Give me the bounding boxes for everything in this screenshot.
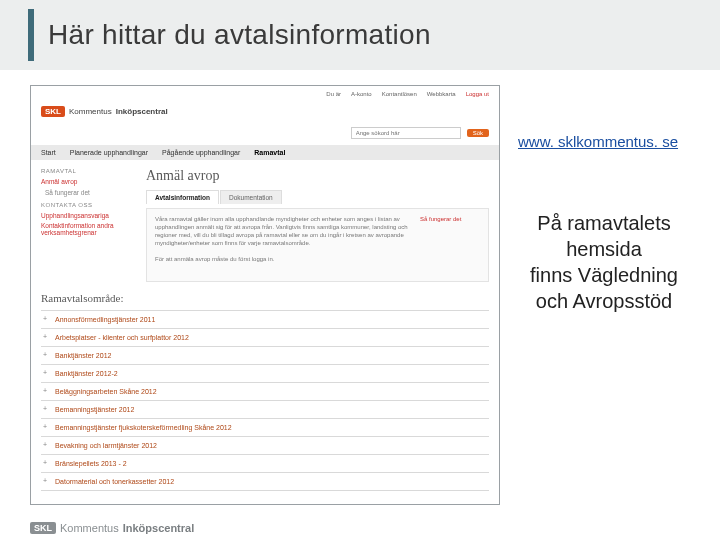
shot-list: Annonsförmedlingstjänster 2011 Arbetspla… — [31, 310, 499, 499]
sidebar-link[interactable]: Kontaktinformation andra verksamhetsgren… — [41, 222, 136, 236]
topnav-item: Du är — [326, 91, 341, 97]
sidebar-header: KONTAKTA OSS — [41, 202, 136, 208]
list-item[interactable]: Bemanningstjänster fjukskoterskeförmedli… — [41, 418, 489, 436]
embedded-screenshot: Du är A-konto Kontantlösen Webbkarta Log… — [30, 85, 500, 505]
sidebar-link[interactable]: Upphandlingsansvariga — [41, 212, 136, 219]
slide-content: Du är A-konto Kontantlösen Webbkarta Log… — [30, 85, 690, 510]
sidebar-active[interactable]: Anmäl avrop — [41, 178, 136, 185]
list-item[interactable]: Arbetsplatser - klienter och surfplattor… — [41, 328, 489, 346]
list-item[interactable]: Bränslepellets 2013 - 2 — [41, 454, 489, 472]
info-line: hemsida — [566, 238, 642, 260]
tab-ramavtal[interactable]: Ramavtal — [254, 149, 285, 156]
list-item[interactable]: Bemanningstjänster 2012 — [41, 400, 489, 418]
sidebar-sub[interactable]: Så fungerar det — [45, 189, 136, 196]
tab-planerade[interactable]: Planerade upphandlingar — [70, 149, 148, 156]
slide-title: Här hittar du avtalsinformation — [48, 19, 431, 51]
shot-topnav: Du är A-konto Kontantlösen Webbkarta Log… — [31, 86, 499, 102]
panel-right-link[interactable]: Så fungerar det — [420, 215, 480, 275]
slide-footer: SKL Kommentus Inköpscentral — [30, 522, 194, 534]
footer-t2: Inköpscentral — [123, 522, 195, 534]
shot-sidebar: RAMAVTAL Anmäl avrop Så fungerar det KON… — [41, 168, 136, 282]
shot-search-input[interactable] — [351, 127, 461, 139]
panel-para: Våra ramavtal gäller inom alla upphandla… — [155, 216, 408, 246]
shot-brand: SKL Kommentus Inköpscentral — [31, 102, 499, 125]
shot-maintabs: Start Planerade upphandlingar Pågående u… — [31, 145, 499, 160]
list-item[interactable]: Banktjänster 2012-2 — [41, 364, 489, 382]
footer-logo: SKL — [30, 522, 56, 534]
shot-subtabs: Avtalsinformation Dokumentation — [146, 190, 489, 204]
shot-search-row: Sök — [31, 125, 499, 145]
shot-search-button[interactable]: Sök — [467, 129, 489, 137]
shot-brand-t1: Kommentus — [69, 107, 112, 116]
topnav-item: Webbkarta — [427, 91, 456, 97]
topnav-logout: Logga ut — [466, 91, 489, 97]
shot-heading: Anmäl avrop — [146, 168, 489, 184]
subtab-dokument[interactable]: Dokumentation — [220, 190, 282, 204]
shot-main: Anmäl avrop Avtalsinformation Dokumentat… — [146, 168, 489, 282]
subtab-avtals[interactable]: Avtalsinformation — [146, 190, 219, 204]
tab-pagaende[interactable]: Pågående upphandlingar — [162, 149, 240, 156]
panel-para2: För att anmäla avrop måste du först logg… — [155, 256, 274, 262]
sidebar-header: RAMAVTAL — [41, 168, 136, 174]
shot-brand-t2: Inköpscentral — [116, 107, 168, 116]
info-line: och Avropsstöd — [536, 290, 672, 312]
footer-t1: Kommentus — [60, 522, 119, 534]
external-link[interactable]: www. sklkommentus. se — [518, 133, 690, 150]
list-item[interactable]: Beläggningsarbeten Skåne 2012 — [41, 382, 489, 400]
shot-panel-text: Våra ramavtal gäller inom alla upphandla… — [155, 215, 412, 275]
slide-title-bar: Här hittar du avtalsinformation — [0, 0, 720, 70]
info-text: På ramavtalets hemsida finns Vägledning … — [518, 210, 690, 314]
shot-brand-logo: SKL — [41, 106, 65, 117]
shot-panel: Våra ramavtal gäller inom alla upphandla… — [146, 208, 489, 282]
info-line: finns Vägledning — [530, 264, 678, 286]
list-item[interactable]: Annonsförmedlingstjänster 2011 — [41, 310, 489, 328]
list-item[interactable]: Bevakning och larmtjänster 2012 — [41, 436, 489, 454]
topnav-item: Kontantlösen — [382, 91, 417, 97]
right-column: www. sklkommentus. se På ramavtalets hem… — [518, 85, 690, 510]
info-line: På ramavtalets — [537, 212, 670, 234]
shot-body: RAMAVTAL Anmäl avrop Så fungerar det KON… — [31, 160, 499, 282]
list-item[interactable]: Banktjänster 2012 — [41, 346, 489, 364]
title-accent — [28, 9, 34, 61]
shot-list-heading: Ramavtalsområde: — [41, 292, 489, 304]
list-item[interactable]: Datormaterial och tonerkassetter 2012 — [41, 472, 489, 491]
topnav-item: A-konto — [351, 91, 372, 97]
tab-start[interactable]: Start — [41, 149, 56, 156]
